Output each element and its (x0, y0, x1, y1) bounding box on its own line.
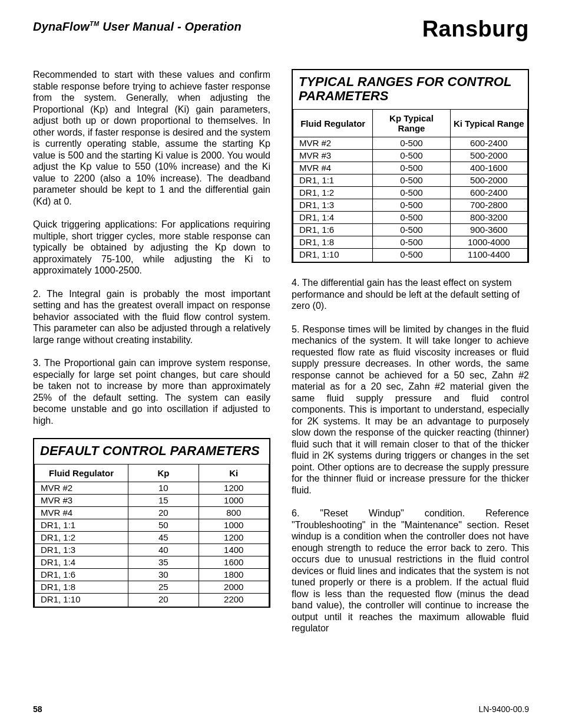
table-cell: DR1, 1:6 (35, 569, 128, 581)
table-row: DR1, 1:20-500600-2400 (293, 187, 528, 199)
table-cell: DR1, 1:2 (35, 532, 128, 544)
table-cell: 600-2400 (450, 137, 527, 150)
table-cell: DR1, 1:6 (293, 224, 373, 236)
table-row: DR1, 1:2451200 (35, 532, 269, 544)
table-cell: 0-500 (373, 249, 450, 262)
table-cell: MVR #2 (293, 137, 373, 150)
paragraph: 6. "Reset Windup" condition. Reference "… (292, 508, 529, 634)
table-cell: 0-500 (373, 199, 450, 212)
table-row: DR1, 1:6301800 (35, 569, 269, 581)
table-cell: DR1, 1:3 (35, 544, 128, 556)
table-cell: 0-500 (373, 137, 450, 150)
table-row: DR1, 1:40-500800-3200 (293, 212, 528, 224)
table-row: MVR #40-500400-1600 (293, 162, 528, 174)
table-cell: 0-500 (373, 187, 450, 199)
table-cell: 45 (128, 532, 199, 544)
table-cell: 700-2800 (450, 199, 527, 212)
table-cell: DR1, 1:4 (35, 556, 128, 569)
table-cell: 25 (128, 581, 199, 594)
table-cell: 500-2000 (450, 150, 527, 162)
table-cell: 0-500 (373, 212, 450, 224)
table-cell: MVR #2 (35, 482, 128, 495)
table-cell: 2000 (199, 581, 269, 594)
table-row: DR1, 1:8252000 (35, 581, 269, 594)
table-cell: 1600 (199, 556, 269, 569)
table-cell: MVR #4 (293, 162, 373, 174)
paragraph: 5. Response times will be limited by cha… (292, 324, 529, 496)
table-cell: DR1, 1:10 (293, 249, 373, 262)
col-header: Ki Typical Range (450, 110, 527, 137)
table-cell: 400-1600 (450, 162, 527, 174)
table-cell: 2200 (199, 594, 269, 607)
paragraph: 4. The differential gain has the least e… (292, 277, 529, 312)
table-cell: 35 (128, 556, 199, 569)
table-cell: 1200 (199, 532, 269, 544)
table-cell: 0-500 (373, 174, 450, 187)
table-cell: 1000 (199, 495, 269, 507)
table-cell: MVR #3 (293, 150, 373, 162)
table-cell: DR1, 1:2 (293, 187, 373, 199)
col-header: Kp (128, 465, 199, 482)
paragraph: Quick triggering applications: For appli… (33, 219, 270, 276)
table-cell: 20 (128, 594, 199, 607)
table-cell: DR1, 1:8 (293, 236, 373, 249)
table-row: MVR #20-500600-2400 (293, 137, 528, 150)
table-title: DEFAULT CONTROL PARAMETERS (34, 439, 269, 464)
right-column: TYPICAL RANGES FOR CONTROL PARAMETERS Fl… (292, 69, 529, 634)
table-row: DR1, 1:30-500700-2800 (293, 199, 528, 212)
table-cell: MVR #4 (35, 507, 128, 519)
paragraph: 3. The Proportional gain can improve sys… (33, 357, 270, 426)
table-cell: 30 (128, 569, 199, 581)
table-cell: DR1, 1:8 (35, 581, 128, 594)
table-row: MVR #30-500500-2000 (293, 150, 528, 162)
table-cell: 1000-4000 (450, 236, 527, 249)
table-cell: 20 (128, 507, 199, 519)
typical-ranges-table: TYPICAL RANGES FOR CONTROL PARAMETERS Fl… (292, 69, 529, 263)
brand-logo: Ransburg (422, 17, 529, 42)
table-cell: 40 (128, 544, 199, 556)
default-control-data: Fluid Regulator Kp Ki MVR #2101200MVR #3… (34, 464, 269, 607)
content-columns: Recommended to start with these values a… (33, 69, 529, 634)
table-cell: DR1, 1:10 (35, 594, 128, 607)
page-number: 58 (33, 704, 42, 714)
default-control-table: DEFAULT CONTROL PARAMETERS Fluid Regulat… (33, 438, 270, 608)
page-footer: 58 LN-9400-00.9 (33, 704, 529, 714)
table-cell: 0-500 (373, 224, 450, 236)
col-header: Ki (199, 465, 269, 482)
table-cell: 1800 (199, 569, 269, 581)
table-row: DR1, 1:1501000 (35, 519, 269, 532)
table-row: MVR #420800 (35, 507, 269, 519)
left-column: Recommended to start with these values a… (33, 69, 270, 634)
table-row: DR1, 1:60-500900-3600 (293, 224, 528, 236)
table-cell: 15 (128, 495, 199, 507)
table-cell: 0-500 (373, 150, 450, 162)
table-row: MVR #2101200 (35, 482, 269, 495)
table-cell: 800-3200 (450, 212, 527, 224)
table-cell: 50 (128, 519, 199, 532)
header-title: DynaFlowTM User Manual - Operation (33, 20, 242, 34)
table-cell: 0-500 (373, 162, 450, 174)
table-row: DR1, 1:80-5001000-4000 (293, 236, 528, 249)
table-cell: 1100-4400 (450, 249, 527, 262)
table-cell: 1000 (199, 519, 269, 532)
table-row: DR1, 1:4351600 (35, 556, 269, 569)
table-cell: 1400 (199, 544, 269, 556)
col-header: Kp Typical Range (373, 110, 450, 137)
table-cell: 0-500 (373, 236, 450, 249)
table-row: DR1, 1:100-5001100-4400 (293, 249, 528, 262)
table-row: DR1, 1:10202200 (35, 594, 269, 607)
table-cell: DR1, 1:1 (293, 174, 373, 187)
table-cell: 10 (128, 482, 199, 495)
table-cell: 800 (199, 507, 269, 519)
page-header: DynaFlowTM User Manual - Operation Ransb… (33, 20, 529, 42)
table-cell: DR1, 1:1 (35, 519, 128, 532)
table-title: TYPICAL RANGES FOR CONTROL PARAMETERS (293, 70, 528, 109)
trademark: TM (90, 20, 99, 27)
table-cell: DR1, 1:4 (293, 212, 373, 224)
table-row: MVR #3151000 (35, 495, 269, 507)
table-row: DR1, 1:10-500500-2000 (293, 174, 528, 187)
table-cell: 500-2000 (450, 174, 527, 187)
document-id: LN-9400-00.9 (478, 704, 529, 714)
table-cell: 900-3600 (450, 224, 527, 236)
header-subtitle-text: User Manual - Operation (103, 20, 242, 33)
